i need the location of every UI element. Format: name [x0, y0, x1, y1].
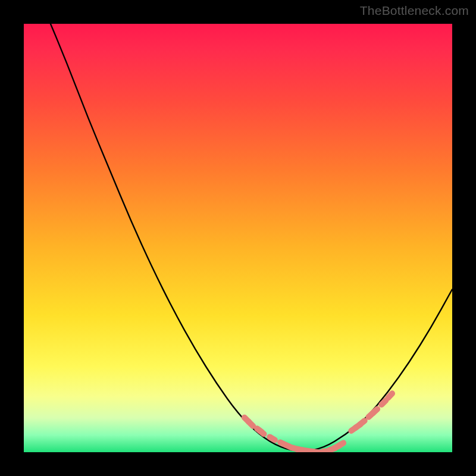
- plot-background-gradient: [24, 24, 452, 452]
- chart-frame: TheBottleneck.com: [0, 0, 476, 476]
- watermark-text: TheBottleneck.com: [360, 4, 469, 18]
